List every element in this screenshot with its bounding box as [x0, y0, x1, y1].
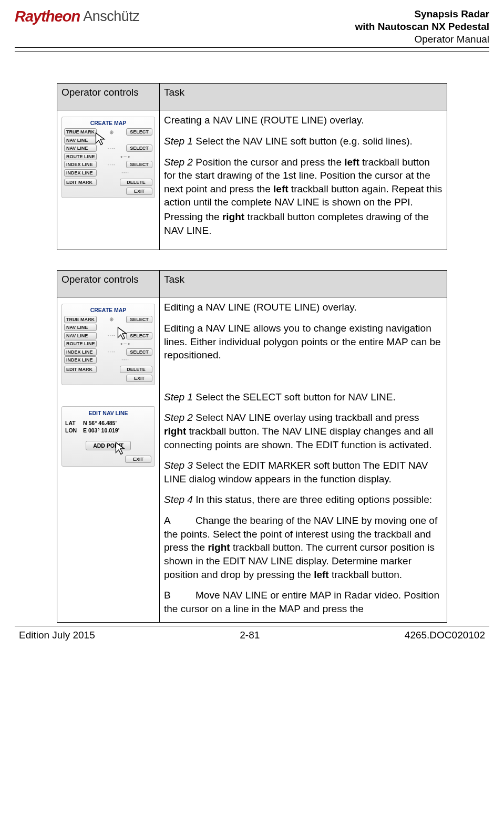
task-cell-2: Editing a NAV LINE (ROUTE LINE) overlay.…: [160, 297, 447, 622]
panel-btn[interactable]: NAV LINE: [64, 324, 97, 331]
panel-edit-mark-btn[interactable]: EDIT MARK: [64, 366, 97, 373]
task-table-2: Operator controls Task CREATE MAP TRUE M…: [57, 270, 447, 622]
create-map-panel-1: CREATE MAP TRUE MARK⊕SELECT NAV LINE NAV…: [61, 117, 155, 198]
panel-btn[interactable]: INDEX LINE: [64, 348, 97, 356]
panel-mid: ∘–∘: [98, 153, 152, 160]
panel-btn[interactable]: NAV LINE: [64, 145, 97, 152]
panel-btn[interactable]: TRUE MARK: [64, 128, 97, 136]
task2-option-b: BMove NAV LINE or entire MAP in Radar vi…: [164, 589, 443, 615]
logo: Raytheon Anschütz: [15, 8, 139, 25]
panel-btn[interactable]: TRUE MARK: [64, 316, 97, 323]
lat-row: LATN 56° 46.485': [65, 419, 151, 427]
title-line-3: Operator Manual: [355, 33, 489, 46]
task1-step2b: Pressing the right trackball button comp…: [164, 210, 443, 237]
controls-cell-2: CREATE MAP TRUE MARK⊕SELECT NAV LINE NAV…: [57, 297, 160, 622]
lon-row: LONE 003° 10.019': [65, 427, 151, 434]
panel-btn[interactable]: NAV LINE: [64, 332, 97, 339]
controls-cell-1: CREATE MAP TRUE MARK⊕SELECT NAV LINE NAV…: [57, 110, 160, 250]
footer-page-number: 2-81: [240, 629, 260, 641]
panel-btn[interactable]: NAV LINE: [64, 137, 97, 144]
cursor-arrow-icon: [114, 441, 127, 457]
task1-heading: Creating a NAV LINE (ROUTE LINE) overlay…: [164, 113, 443, 127]
cursor-arrow-icon: [94, 132, 107, 148]
document-footer: Edition July 2015 2-81 4265.DOC020102: [15, 626, 489, 641]
panel-btn[interactable]: SELECT: [126, 128, 152, 136]
panel-btn[interactable]: SELECT: [126, 145, 152, 152]
panel-delete-btn[interactable]: DELETE: [120, 179, 152, 186]
logo-sub: Anschütz: [83, 8, 139, 25]
panel-btn[interactable]: INDEX LINE: [64, 161, 97, 168]
panel-edit-mark-btn[interactable]: EDIT MARK: [64, 179, 97, 186]
task2-intro: Editing a NAV LINE allows you to change …: [164, 322, 443, 362]
footer-doc-id: 4265.DOC020102: [405, 629, 485, 641]
document-title: Synapsis Radar with Nautoscan NX Pedesta…: [355, 8, 489, 45]
task-cell-1: Creating a NAV LINE (ROUTE LINE) overlay…: [160, 110, 447, 250]
svg-marker-2: [116, 442, 124, 455]
svg-marker-1: [118, 328, 126, 340]
task2-step1: Step 1 Select the SELECT soft button for…: [164, 390, 443, 404]
panel-btn[interactable]: SELECT: [126, 348, 152, 356]
panel-btn[interactable]: ROUTE LINE: [64, 153, 97, 160]
panel-btn[interactable]: INDEX LINE: [64, 356, 97, 364]
task1-step2: Step 2 Position the cursor and press the…: [164, 156, 443, 210]
lon-value: E 003° 10.019': [83, 427, 119, 434]
title-line-2: with Nautoscan NX Pedestal: [355, 20, 489, 33]
panel-btn[interactable]: ROUTE LINE: [64, 340, 97, 347]
panel-btn[interactable]: SELECT: [126, 161, 152, 168]
task2-step2: Step 2 Select NAV LINE overlay using tra…: [164, 411, 443, 451]
create-map-panel-2: CREATE MAP TRUE MARK⊕SELECT NAV LINE NAV…: [61, 304, 155, 385]
panel-btn[interactable]: SELECT: [126, 316, 152, 323]
step-label: Step 2: [164, 157, 193, 168]
panel-title: CREATE MAP: [64, 119, 152, 127]
panel-exit-btn[interactable]: EXIT: [126, 188, 152, 195]
task2-step4: Step 4 In this status, there are three e…: [164, 493, 443, 507]
col-header-task: Task: [160, 84, 447, 110]
panel-exit-btn[interactable]: EXIT: [125, 456, 151, 463]
task1-step1: Step 1 Select the NAV LINE soft button (…: [164, 135, 443, 148]
header-rule: [15, 51, 489, 51]
panel-title: EDIT NAV LINE: [65, 409, 151, 417]
task2-heading: Editing a NAV LINE (ROUTE LINE) overlay.: [164, 301, 443, 314]
title-line-1: Synapsis Radar: [355, 8, 489, 20]
panel-exit-btn[interactable]: EXIT: [126, 375, 152, 382]
task2-option-a: AChange the bearing of the NAV LINE by m…: [164, 514, 443, 581]
logo-brand: Raytheon: [15, 8, 80, 25]
document-header: Raytheon Anschütz Synapsis Radar with Na…: [15, 8, 489, 48]
task2-step3: Step 3 Select the EDIT MARKER soft butto…: [164, 459, 443, 486]
step-text: Select the NAV LINE soft button (e.g. so…: [193, 136, 413, 147]
panel-mid: ····: [98, 161, 125, 169]
footer-edition: Edition July 2015: [19, 629, 95, 641]
panel-btn[interactable]: SELECT: [126, 332, 152, 339]
lat-value: N 56° 46.485': [83, 419, 117, 427]
cursor-arrow-icon: [116, 326, 129, 342]
panel-title: CREATE MAP: [64, 306, 152, 314]
edit-nav-line-panel: EDIT NAV LINE LATN 56° 46.485' LONE 003°…: [61, 406, 155, 467]
panel-mid: ····: [98, 169, 152, 177]
step-label: Step 1: [164, 136, 193, 147]
task-table-1: Operator controls Task CREATE MAP TRUE M…: [57, 83, 447, 250]
svg-marker-0: [96, 133, 104, 145]
col-header-controls: Operator controls: [57, 84, 160, 110]
col-header-task: Task: [160, 271, 447, 297]
panel-delete-btn[interactable]: DELETE: [120, 366, 152, 373]
panel-btn[interactable]: INDEX LINE: [64, 169, 97, 177]
col-header-controls: Operator controls: [57, 271, 160, 297]
